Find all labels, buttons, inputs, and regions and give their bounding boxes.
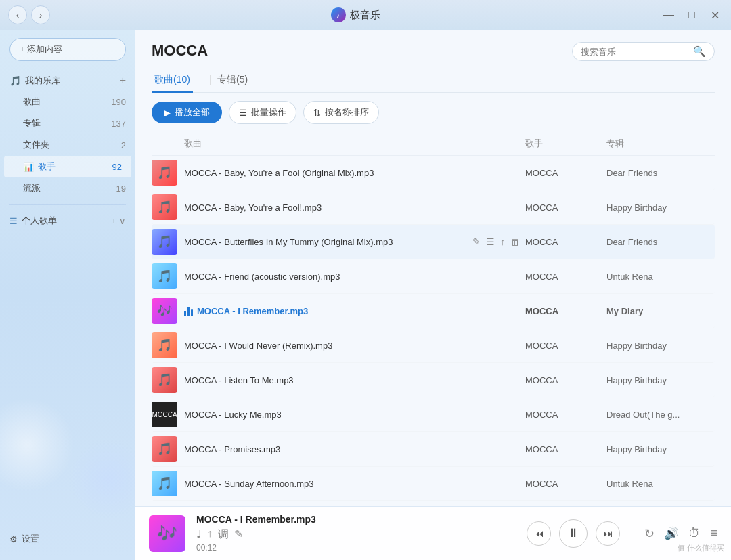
sidebar-item-artists[interactable]: 📊 歌手 92 [4, 156, 131, 177]
song-thumbnail: 🎵 [152, 436, 177, 462]
player-meta-icons: ♩ ↑ 调 ✎ [196, 527, 332, 542]
song-info: MOCCA - Listen To Me.mp3 [184, 375, 525, 385]
queue-action-icon[interactable]: ☰ [486, 236, 495, 247]
table-row[interactable]: MOCCA MOCCA - Lucky Me.mp3 MOCCA Dread O… [152, 397, 715, 432]
song-thumbnail: 🎵 [152, 367, 177, 393]
song-album: My Diary [606, 306, 715, 316]
pause-button[interactable]: ⏸ [559, 519, 588, 548]
song-actions: ✎ ☰ ↑ 🗑 [472, 236, 520, 247]
song-artist: MOCCA [525, 306, 606, 316]
playlist-icon[interactable]: ≡ [710, 526, 717, 540]
song-thumbnail: 🎵 [152, 263, 177, 289]
table-row[interactable]: 🎵 MOCCA - Friend (acoustic version).mp3 … [152, 259, 715, 294]
table-row[interactable]: 🎵 MOCCA - Listen To Me.mp3 MOCCA Happy B… [152, 363, 715, 397]
genres-label: 流派 [23, 182, 114, 194]
song-thumbnail: MOCCA [152, 402, 177, 427]
song-list-header: 歌曲 歌手 专辑 [152, 132, 715, 156]
song-artist: MOCCA [525, 444, 606, 454]
table-row[interactable]: 🎵 MOCCA - Baby, You're a Fool!.mp3 MOCCA… [152, 190, 715, 225]
share-player-icon[interactable]: ↑ [207, 527, 213, 542]
edit-action-icon[interactable]: ✎ [472, 236, 481, 247]
sidebar-item-albums[interactable]: 专辑 137 [0, 112, 135, 134]
sort-button[interactable]: ⇅ 按名称排序 [303, 101, 379, 124]
close-button[interactable]: ✕ [707, 7, 723, 23]
next-button[interactable]: ⏭ [596, 521, 620, 546]
table-row[interactable]: 🎵 MOCCA - Promises.mp3 MOCCA Happy Birth… [152, 432, 715, 467]
song-artist: MOCCA [525, 479, 606, 489]
header-artist: 歌手 [525, 137, 606, 150]
app-icon: ♪ [331, 7, 346, 22]
prev-button[interactable]: ⏮ [527, 521, 551, 546]
minimize-button[interactable]: — [661, 7, 677, 23]
sidebar-my-library-header[interactable]: 🎵 我的乐库 + [0, 70, 135, 91]
search-icon[interactable]: 🔍 [693, 45, 706, 58]
playlist-controls: + ∨ [111, 216, 126, 226]
search-box: 🔍 [572, 42, 715, 61]
main-layout: + 添加内容 🎵 我的乐库 + 歌曲 190 专辑 137 文件夹 2 📊 歌手… [0, 30, 731, 560]
sort-icon: ⇅ [313, 108, 321, 118]
song-artist: MOCCA [525, 375, 606, 385]
sidebar-item-genres[interactable]: 流派 19 [0, 177, 135, 199]
edit-player-icon[interactable]: ✎ [234, 527, 243, 542]
song-title: MOCCA - Listen To Me.mp3 [184, 375, 294, 385]
tab-songs[interactable]: 歌曲(10) [152, 68, 193, 93]
song-info: MOCCA - Lucky Me.mp3 [184, 410, 525, 420]
song-album: Dread Out(The g... [606, 410, 715, 420]
settings-item[interactable]: ⚙ 设置 [0, 526, 135, 552]
sort-label: 按名称排序 [325, 106, 369, 119]
nav-buttons: ‹ › [8, 5, 50, 24]
tune-icon[interactable]: 调 [218, 527, 229, 542]
artists-count: 92 [112, 162, 122, 172]
song-info: MOCCA - Promises.mp3 [184, 444, 525, 454]
nav-forward-button[interactable]: › [31, 5, 50, 24]
song-album: Happy Birthday [606, 375, 715, 385]
table-row[interactable]: 🎵 MOCCA - I Would Never (Remix).mp3 MOCC… [152, 328, 715, 363]
folders-count: 2 [121, 140, 126, 150]
window-controls: — □ ✕ [661, 7, 723, 23]
play-all-button[interactable]: ▶ 播放全部 [152, 102, 222, 123]
add-library-icon[interactable]: + [120, 74, 126, 87]
search-input[interactable] [581, 47, 689, 57]
volume-icon[interactable]: 🔊 [664, 526, 679, 541]
albums-count: 137 [111, 119, 126, 129]
sidebar-item-folders[interactable]: 文件夹 2 [0, 134, 135, 156]
artist-name: MOCCA [152, 42, 208, 60]
table-row[interactable]: 🎵 MOCCA - Baby, You're a Fool (Original … [152, 156, 715, 190]
song-title: MOCCA - Baby, You're a Fool (Original Mi… [184, 168, 374, 178]
add-content-button[interactable]: + 添加内容 [9, 38, 126, 61]
player-song-title: MOCCA - I Remember.mp3 [196, 514, 332, 525]
artists-label: 歌手 [38, 160, 110, 173]
song-album: Untuk Rena [606, 479, 715, 489]
add-playlist-icon[interactable]: + [111, 216, 116, 226]
song-thumbnail: 🎵 [152, 194, 177, 220]
app-title-area: ♪ 极音乐 [331, 7, 380, 22]
song-album: Dear Friends [606, 168, 715, 178]
genres-count: 19 [116, 184, 126, 194]
repeat-icon[interactable]: ↻ [644, 526, 655, 541]
lyrics-icon[interactable]: ♩ [196, 527, 202, 542]
table-row[interactable]: 🎵 MOCCA - Butterflies In My Tummy (Origi… [152, 225, 715, 259]
sidebar-personal-playlist-header[interactable]: ☰ 个人歌单 + ∨ [0, 211, 135, 231]
table-row[interactable]: 🎶 MOCCA - I Remember.mp3 MOCCA My Diary [152, 294, 715, 328]
timer-icon[interactable]: ⏱ [688, 526, 701, 540]
maximize-button[interactable]: □ [684, 7, 700, 23]
song-info: MOCCA - Butterflies In My Tummy (Origina… [184, 237, 472, 247]
share-action-icon[interactable]: ↑ [500, 236, 505, 247]
songs-label: 歌曲 [23, 95, 108, 108]
song-artist: MOCCA [525, 237, 606, 247]
song-artist: MOCCA [525, 341, 606, 351]
song-title: MOCCA - Sunday Afternoon.mp3 [184, 479, 313, 489]
song-info: MOCCA - I Remember.mp3 [184, 305, 525, 316]
expand-playlist-icon[interactable]: ∨ [119, 216, 126, 226]
song-info: MOCCA - Sunday Afternoon.mp3 [184, 479, 525, 489]
song-artist: MOCCA [525, 202, 606, 213]
batch-ops-button[interactable]: ☰ 批量操作 [229, 101, 296, 124]
content-area: MOCCA 🔍 歌曲(10) | 专辑(5) ▶ 播放全部 ☰ 批量操作 [135, 30, 731, 560]
nav-back-button[interactable]: ‹ [8, 5, 27, 24]
tab-albums[interactable]: 专辑(5) [215, 68, 250, 93]
song-title: MOCCA - Lucky Me.mp3 [184, 410, 282, 420]
sidebar-item-songs[interactable]: 歌曲 190 [0, 91, 135, 112]
table-row[interactable]: 🎵 MOCCA - Sunday Afternoon.mp3 MOCCA Unt… [152, 467, 715, 501]
delete-action-icon[interactable]: 🗑 [510, 236, 520, 247]
play-icon: ▶ [164, 108, 171, 118]
